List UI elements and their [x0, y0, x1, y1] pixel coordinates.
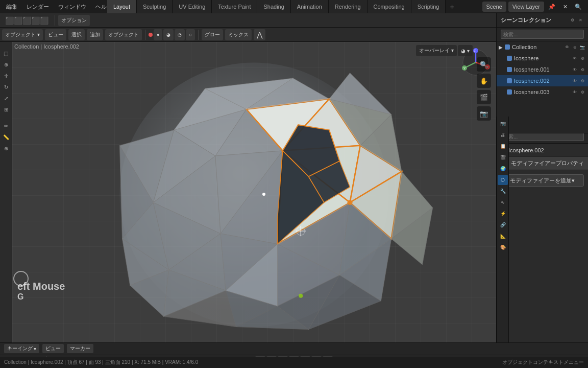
- search-icon[interactable]: 🔍: [573, 1, 584, 12]
- prop-icon-constraints[interactable]: 🔗: [498, 220, 508, 230]
- menu-item-edit[interactable]: 編集: [2, 3, 21, 11]
- eye-icon-1[interactable]: 👁: [571, 55, 578, 62]
- object-menu-btn[interactable]: オブジェクト: [105, 29, 142, 40]
- tab-rendering[interactable]: Rendering: [329, 0, 368, 13]
- pan-control[interactable]: ✋: [477, 74, 491, 88]
- tab-sculpting[interactable]: Sculpting: [137, 0, 173, 13]
- eye-icon-3[interactable]: 👁: [571, 77, 578, 84]
- filter-icon-2[interactable]: ⚙: [579, 66, 586, 73]
- toolbar-options-btn[interactable]: オプション: [58, 15, 90, 26]
- prop-icon-view-layer[interactable]: 📋: [498, 141, 508, 151]
- add-tool[interactable]: ⊕: [1, 143, 11, 153]
- scene-selector[interactable]: Scene: [482, 2, 506, 12]
- mouse-circle-indicator: [13, 271, 29, 286]
- cursor-icon[interactable]: ⊕: [571, 43, 578, 51]
- prop-icon-scene[interactable]: 🎬: [498, 152, 508, 163]
- tab-animation[interactable]: Animation: [291, 0, 329, 13]
- keying-dropdown[interactable]: キーイング ▾: [4, 344, 39, 353]
- tl-view-label: ビュー: [45, 345, 61, 352]
- top-menu-bar: 編集 レンダー ウィンドウ ヘルプ Layout Sculpting UV Ed…: [0, 0, 588, 13]
- cursor-tool[interactable]: ⊕: [1, 59, 11, 70]
- prop-icon-object[interactable]: ⬡: [498, 175, 508, 185]
- prop-icon-particles[interactable]: ∿: [498, 197, 508, 208]
- select-menu-btn[interactable]: 選択: [68, 29, 85, 40]
- mode-chevron: ▾: [37, 32, 40, 37]
- prop-icon-physics[interactable]: ⚡: [498, 209, 508, 219]
- tab-scripting[interactable]: Scripting: [411, 0, 446, 13]
- hint-sub-text: G: [17, 292, 65, 302]
- close-icon[interactable]: ✕: [559, 1, 571, 12]
- filter-icon-4[interactable]: ⚙: [579, 88, 586, 96]
- glow-btn[interactable]: グロー: [202, 29, 223, 40]
- prop-icon-modifier[interactable]: 🔧: [498, 186, 508, 196]
- y-axis-label: Y: [463, 66, 466, 70]
- material-mode-btn[interactable]: ◔: [175, 29, 185, 40]
- menu-item-window[interactable]: ウィンドウ: [54, 3, 90, 11]
- filter-icon[interactable]: ⚙: [569, 17, 576, 24]
- add-menu-btn[interactable]: 追加: [87, 29, 103, 40]
- prop-icon-render[interactable]: 📷: [498, 119, 508, 129]
- camera-visible-icon[interactable]: 📷: [579, 43, 586, 51]
- top-toolbar: ⬛⬛⬛⬛⬛ オプション: [0, 13, 496, 28]
- overlay-dropdown[interactable]: オーバーレイ ▾: [416, 45, 457, 56]
- tab-layout[interactable]: Layout: [107, 0, 137, 13]
- view-control[interactable]: 📷: [477, 106, 491, 121]
- zoom-control[interactable]: 🔍: [477, 57, 491, 72]
- keying-chevron: ▾: [34, 346, 36, 352]
- wireframe-mode-btn[interactable]: ○: [186, 29, 194, 40]
- outliner-item-icosphere001[interactable]: Icosphere.001 👁 ⚙: [497, 64, 588, 75]
- solid-mode-btn[interactable]: ◕: [163, 29, 174, 40]
- view-layer-selector[interactable]: View Layer: [508, 2, 544, 12]
- obj-icon-4: [507, 89, 512, 95]
- outliner-item-icosphere002[interactable]: Icosphere.002 👁 ⚙: [497, 75, 588, 86]
- icosphere003-label: Icosphere.003: [514, 89, 571, 95]
- eye-icon-2[interactable]: 👁: [571, 66, 578, 73]
- transform-tool[interactable]: ⊞: [1, 104, 11, 114]
- mix-btn[interactable]: ミックス: [225, 29, 252, 40]
- outliner-item-icosphere[interactable]: Icosphere 👁 ⚙: [497, 53, 588, 64]
- measure-tool[interactable]: 📏: [1, 132, 11, 142]
- icosphere001-label: Icosphere.001: [514, 66, 571, 73]
- collection-arrow: ▶: [499, 44, 503, 50]
- outliner-item-collection[interactable]: ▶ Collection 👁 ⊕ 📷: [497, 41, 588, 53]
- view-menu-btn[interactable]: ビュー: [45, 29, 66, 40]
- marker-btn[interactable]: マーカー: [67, 344, 93, 353]
- annotate-tool[interactable]: ✏: [1, 121, 11, 131]
- viewport-shading-dropdown[interactable]: ◕ ▾: [458, 45, 473, 56]
- eye-icon[interactable]: 👁: [564, 43, 571, 51]
- viewport[interactable]: オーバーレイ ▾ ◕ ▾ Z X Y 🔍 ✋ 🎬 📷 e: [12, 42, 496, 342]
- filter-icon-3[interactable]: ⚙: [579, 77, 586, 84]
- pin-icon[interactable]: 📌: [546, 1, 557, 12]
- tab-compositing[interactable]: Compositing: [368, 0, 411, 13]
- icosphere002-vis-icons: 👁 ⚙: [571, 77, 586, 84]
- prop-icon-output[interactable]: 🖨: [498, 130, 508, 140]
- rotate-tool[interactable]: ↻: [1, 82, 11, 92]
- render-mode-btn[interactable]: ●: [154, 29, 162, 40]
- eye-icon-4[interactable]: 👁: [571, 88, 578, 96]
- timeline-view-btn[interactable]: ビュー: [42, 344, 64, 353]
- prop-icon-data[interactable]: 📐: [498, 231, 508, 241]
- scale-tool[interactable]: ⤢: [1, 93, 11, 103]
- close-panel-icon[interactable]: ✕: [577, 17, 584, 24]
- shading-icons: ◕ ▾: [461, 48, 470, 54]
- mode-dropdown[interactable]: オブジェクト ▾: [2, 29, 43, 40]
- tab-texture-paint[interactable]: Texture Paint: [212, 0, 257, 13]
- icosphere002-label: Icosphere.002: [514, 78, 571, 84]
- outliner-search-input[interactable]: [501, 30, 584, 39]
- camera-control[interactable]: 🎬: [477, 90, 491, 104]
- tab-uv-editing[interactable]: UV Editing: [173, 0, 212, 13]
- select-tool[interactable]: ⬚: [1, 48, 11, 58]
- header-icons: ⚙ ✕: [569, 17, 584, 24]
- prop-icon-material[interactable]: 🎨: [498, 242, 508, 252]
- prop-icon-world[interactable]: 🌍: [498, 164, 508, 174]
- line-btn[interactable]: ⋀: [254, 29, 265, 40]
- mode-label: オブジェクト: [5, 31, 36, 38]
- add-workspace-button[interactable]: +: [446, 0, 458, 13]
- outliner-item-icosphere003[interactable]: Icosphere.003 👁 ⚙: [497, 86, 588, 98]
- menu-item-render[interactable]: レンダー: [22, 3, 53, 11]
- tab-shading[interactable]: Shading: [257, 0, 290, 13]
- object-name-label[interactable]: Icosphere.002: [508, 147, 544, 153]
- filter-icon-1[interactable]: ⚙: [579, 55, 586, 62]
- move-tool[interactable]: ✛: [1, 71, 11, 81]
- add-modifier-button[interactable]: モディファイアーを追加 ▾: [501, 174, 584, 187]
